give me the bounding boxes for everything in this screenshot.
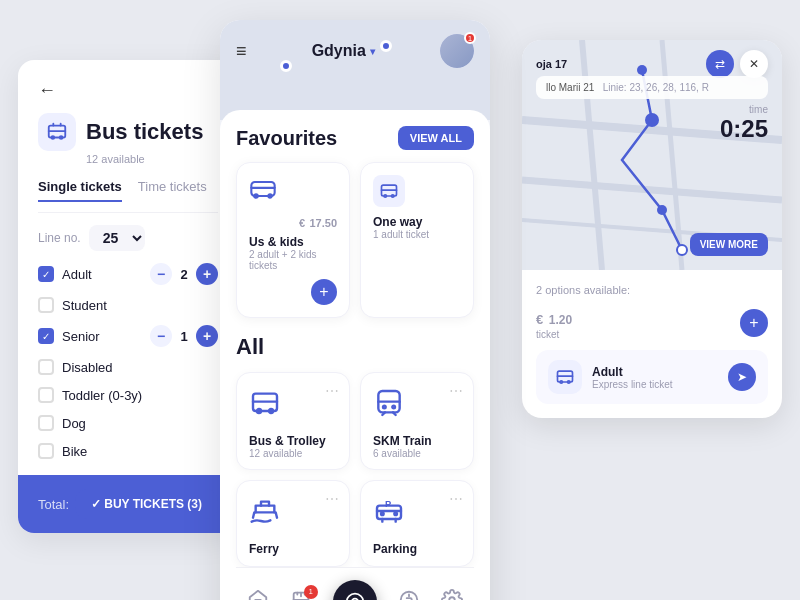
nav-settings[interactable]: [441, 589, 463, 601]
all-card-ferry[interactable]: ⋯ Ferry: [236, 480, 350, 567]
fav-add-button[interactable]: +: [311, 279, 337, 305]
ticket-row-dog: Dog: [38, 415, 218, 431]
ticket-name-toddler: Toddler (0-3y): [62, 388, 142, 403]
increment-senior[interactable]: +: [196, 325, 218, 347]
decrement-adult[interactable]: −: [150, 263, 172, 285]
view-all-button[interactable]: VIEW ALL: [398, 126, 474, 150]
line-select[interactable]: 25: [89, 225, 145, 251]
panel-body: Favourites VIEW ALL € 17.50 Us & kids: [220, 110, 490, 600]
avatar-wrap[interactable]: 1: [440, 34, 474, 68]
bottom-nav: 1: [236, 567, 474, 600]
right-panel: oja 17 ⇄ ✕ llo Marii 21 Linie: 23, 26, 2…: [522, 40, 782, 418]
ticket-name-student: Student: [62, 298, 107, 313]
bus-icon-small: [373, 175, 405, 207]
nav-center-button[interactable]: [333, 580, 377, 600]
time-value: 0:25: [720, 115, 768, 143]
checkbox-toddler[interactable]: [38, 387, 54, 403]
fav-desc: 2 adult + 2 kids tickets: [249, 249, 337, 271]
right-bottom: 2 options available: € 1.20 ticket + Adu…: [522, 270, 782, 418]
counter-adult: − 2 +: [150, 263, 218, 285]
right-map-header: oja 17 ⇄ ✕: [522, 50, 782, 78]
send-button[interactable]: ➤: [728, 363, 756, 391]
card-dots-train[interactable]: ⋯: [449, 383, 463, 399]
nav-home[interactable]: [247, 589, 269, 601]
ticket-option-info: Adult Express line ticket: [592, 365, 718, 390]
checkbox-disabled[interactable]: [38, 359, 54, 375]
panel-title: Bus tickets: [86, 119, 203, 145]
nav-payment[interactable]: [398, 589, 420, 601]
increment-adult[interactable]: +: [196, 263, 218, 285]
ticket-name-senior: Senior: [62, 329, 100, 344]
all-card-skm-train[interactable]: ⋯ SKM Train 6 available: [360, 372, 474, 470]
buy-button[interactable]: ✓ BUY TICKETS (3): [75, 489, 218, 519]
bus-trolley-sub: 12 available: [249, 448, 337, 459]
ticket-row-adult: ✓ Adult − 2 +: [38, 263, 218, 285]
svg-point-14: [392, 406, 395, 409]
counter-senior: − 1 +: [150, 325, 218, 347]
card-dots-bus[interactable]: ⋯: [325, 383, 339, 399]
fav-card-one-way: One way 1 adult ticket: [360, 162, 474, 318]
right-header-actions: ⇄ ✕: [706, 50, 768, 78]
decrement-senior[interactable]: −: [150, 325, 172, 347]
ferry-name: Ferry: [249, 542, 337, 556]
card-dots-ferry[interactable]: ⋯: [325, 491, 339, 507]
nav-tickets[interactable]: 1: [290, 589, 312, 601]
ticket-name-dog: Dog: [62, 416, 86, 431]
add-ticket-button[interactable]: +: [740, 309, 768, 337]
svg-point-16: [381, 512, 384, 515]
checkbox-bike[interactable]: [38, 443, 54, 459]
ticket-option-card: Adult Express line ticket ➤: [536, 350, 768, 404]
checkbox-adult[interactable]: ✓: [38, 266, 54, 282]
tab-time[interactable]: Time tickets: [138, 179, 207, 202]
lines-info: llo Marii 21 Linie: 23, 26, 28, 116, R: [536, 76, 768, 99]
svg-point-13: [383, 406, 386, 409]
favourites-title: Favourites: [236, 127, 337, 150]
total-row: Total: ✓ BUY TICKETS (3): [18, 475, 238, 533]
checkbox-student[interactable]: [38, 297, 54, 313]
fav-name: Us & kids: [249, 235, 337, 249]
city-name[interactable]: Gdynia ▾: [312, 42, 375, 60]
count-senior: 1: [178, 329, 190, 344]
ticket-option-icon: [548, 360, 582, 394]
ticket-row-senior: ✓ Senior − 1 +: [38, 325, 218, 347]
ticket-adult-sub: Express line ticket: [592, 379, 718, 390]
hamburger-icon[interactable]: ≡: [236, 41, 247, 62]
parking-name: Parking: [373, 542, 461, 556]
one-way-desc: 1 adult ticket: [373, 229, 461, 240]
back-button[interactable]: ←: [38, 80, 56, 101]
swap-button[interactable]: ⇄: [706, 50, 734, 78]
svg-point-30: [645, 113, 659, 127]
skm-train-name: SKM Train: [373, 434, 461, 448]
line-row: Line no. 25: [38, 225, 218, 251]
favourites-cards: € 17.50 Us & kids 2 adult + 2 kids ticke…: [236, 162, 474, 318]
checkbox-dog[interactable]: [38, 415, 54, 431]
ticket-badge: 1: [304, 585, 318, 599]
tab-single[interactable]: Single tickets: [38, 179, 122, 202]
train-icon: [373, 387, 461, 426]
left-panel: ← Bus tickets 12 available Single ticket…: [18, 60, 238, 533]
ticket-name-disabled: Disabled: [62, 360, 113, 375]
one-way-name: One way: [373, 215, 461, 229]
total-label: Total:: [38, 497, 69, 512]
all-card-bus-trolley[interactable]: ⋯ Bus & Trolley 12 available: [236, 372, 350, 470]
card-dots-parking[interactable]: ⋯: [449, 491, 463, 507]
ticket-name-bike: Bike: [62, 444, 87, 459]
ticket-row-bike: Bike: [38, 443, 218, 459]
skm-train-sub: 6 available: [373, 448, 461, 459]
notification-badge: 1: [464, 32, 476, 44]
view-more-button[interactable]: VIEW MORE: [690, 233, 768, 256]
svg-text:P: P: [385, 499, 391, 509]
ticket-name-adult: Adult: [62, 267, 92, 282]
metro-icon: [249, 175, 337, 209]
ticket-price: € 1.20 ticket: [536, 306, 572, 340]
line-label: Line no.: [38, 231, 81, 245]
checkbox-senior[interactable]: ✓: [38, 328, 54, 344]
svg-point-17: [394, 512, 397, 515]
tabs-row: Single tickets Time tickets: [38, 179, 218, 213]
bus-trolley-name: Bus & Trolley: [249, 434, 337, 448]
bus-trolley-icon: [249, 387, 337, 426]
close-button[interactable]: ✕: [740, 50, 768, 78]
count-adult: 2: [178, 267, 190, 282]
all-card-parking[interactable]: ⋯ P Parking: [360, 480, 474, 567]
ticket-row-toddler: Toddler (0-3y): [38, 387, 218, 403]
